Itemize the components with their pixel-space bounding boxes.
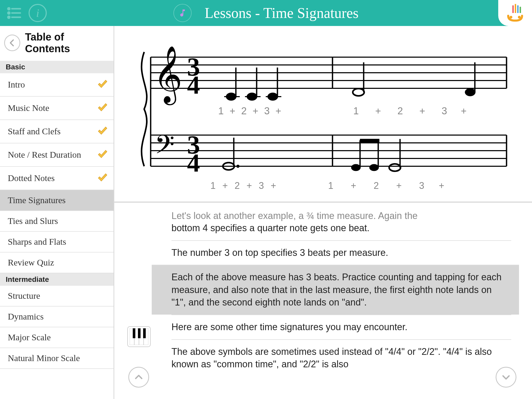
toc-item[interactable]: Dynamics [0, 307, 114, 327]
svg-text:1      +      2      +      3 : 1 + 2 + 3 + [353, 105, 467, 116]
toc-item-label: Note / Rest Duration [8, 150, 81, 160]
svg-point-48 [236, 165, 240, 168]
back-icon[interactable] [4, 35, 20, 51]
svg-rect-8 [512, 5, 514, 13]
toc-item-label: Music Note [8, 103, 49, 113]
paragraph: The number 3 on top specifies 3 beats pe… [171, 240, 511, 265]
paragraph-highlight: Each of the above measure has 3 beats. P… [152, 265, 519, 315]
toc-item-label: Ties and Slurs [8, 216, 58, 226]
piano-button[interactable] [127, 326, 151, 347]
svg-point-42 [353, 89, 364, 96]
toc-item[interactable]: Sharps and Flats [0, 232, 114, 252]
toc-item[interactable]: Ties and Slurs [0, 211, 114, 232]
toc-item[interactable]: Dotted Notes [0, 167, 114, 190]
svg-text:𝄞: 𝄞 [153, 46, 182, 105]
toc-item[interactable]: Review Quiz [0, 252, 114, 273]
toc-item[interactable]: Natural Minor Scale [0, 348, 114, 369]
toc-item-label: Structure [8, 291, 40, 301]
toc-item-label: Sharps and Flats [8, 237, 66, 247]
paragraph-cut: Let's look at another example, a ¾ time … [171, 210, 511, 222]
toc-item[interactable]: Music Note [0, 97, 114, 120]
svg-point-4 [8, 16, 10, 18]
toc-item-label: Dynamics [8, 312, 44, 322]
svg-text:4: 4 [187, 70, 200, 99]
scroll-down-icon[interactable] [496, 367, 516, 388]
svg-point-40 [268, 93, 278, 101]
svg-point-49 [351, 164, 361, 171]
svg-point-34 [226, 93, 236, 101]
svg-point-6 [510, 16, 513, 19]
svg-rect-9 [515, 4, 516, 13]
page-title: Lessons - Time Signatures [174, 4, 359, 22]
paragraph: Here are some other time signatures you … [171, 315, 511, 339]
toc-item[interactable]: Structure [0, 286, 114, 307]
toc-section-label: Basic [0, 61, 114, 73]
check-icon [97, 78, 108, 91]
svg-text:4: 4 [187, 148, 200, 177]
check-icon [97, 102, 108, 114]
svg-rect-53 [360, 139, 379, 143]
toc-section-label: Intermediate [0, 273, 114, 286]
svg-text:1 + 2 + 3 +: 1 + 2 + 3 + [218, 105, 283, 116]
toc-item[interactable]: Intro [0, 73, 114, 97]
page-title-text: Lessons - Time Signatures [205, 5, 359, 21]
check-icon [97, 149, 108, 161]
toc-item[interactable]: Staff and Clefs [0, 120, 114, 143]
svg-point-44 [465, 88, 475, 96]
toc-item[interactable]: Note / Rest Duration [0, 143, 114, 167]
music-staff-illustration: 𝄞 𝄢 3 4 3 4 [114, 26, 532, 203]
toc-item-label: Dotted Notes [8, 173, 55, 183]
toc-item-label: Staff and Clefs [8, 127, 61, 136]
scroll-up-icon[interactable] [128, 367, 149, 388]
toc-item[interactable]: Major Scale [0, 327, 114, 348]
toc-item[interactable]: Time Signatures [0, 190, 114, 211]
lesson-text[interactable]: Let's look at another example, a ¾ time … [114, 203, 532, 399]
svg-rect-11 [520, 7, 521, 13]
paragraph: The above symbols are sometimes used ins… [171, 339, 511, 376]
main-content: 𝄞 𝄢 3 4 3 4 [114, 26, 532, 399]
info-icon[interactable]: i [29, 4, 47, 22]
check-icon [97, 172, 108, 184]
svg-rect-65 [143, 328, 146, 338]
svg-point-51 [369, 164, 379, 171]
toc-item-label: Time Signatures [8, 195, 66, 205]
beat-count-bass: 1 + 2 + 3 + 1 + 2 + 3 + [210, 180, 444, 191]
svg-point-7 [518, 16, 521, 19]
toc-title: Table of Contents [25, 31, 109, 55]
svg-point-54 [389, 164, 401, 171]
music-note-icon [174, 4, 192, 22]
svg-point-0 [8, 8, 10, 10]
paragraph: bottom 4 specifies a quarter note gets o… [171, 222, 511, 240]
toc-item-label: Natural Minor Scale [8, 353, 80, 363]
sidebar: Table of Contents BasicIntroMusic NoteSt… [0, 26, 114, 399]
check-icon [97, 125, 108, 138]
svg-point-37 [247, 93, 257, 101]
app-logo[interactable] [498, 0, 532, 26]
toc-item-label: Review Quiz [8, 258, 54, 268]
app-header: i Lessons - Time Signatures [0, 0, 532, 26]
svg-point-2 [8, 12, 10, 14]
svg-rect-10 [517, 5, 518, 13]
svg-rect-64 [138, 328, 141, 338]
toc-item-label: Intro [8, 80, 25, 90]
toc-item-label: Major Scale [8, 332, 51, 342]
menu-icon[interactable] [5, 4, 23, 22]
svg-rect-63 [133, 328, 135, 338]
svg-text:𝄢: 𝄢 [155, 131, 175, 165]
